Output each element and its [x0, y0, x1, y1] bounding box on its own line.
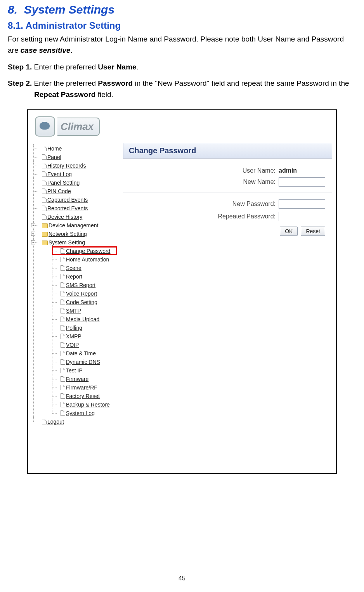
step-2: Step 2. Enter the preferred Password in … — [8, 78, 356, 100]
nav-system-log-label: System Log — [66, 410, 95, 416]
expander-plus-icon[interactable]: + — [31, 232, 35, 236]
file-icon — [61, 334, 65, 339]
nav-captured-events[interactable]: Captured Events — [31, 196, 123, 204]
file-icon — [42, 419, 47, 424]
intro-paragraph: For setting new Administrator Log-in Nam… — [8, 33, 356, 56]
logo-bar: Climax — [28, 110, 336, 143]
nav-logout[interactable]: Logout — [31, 417, 123, 426]
nav-dynamic-dns[interactable]: Dynamic DNS — [42, 358, 123, 366]
file-icon — [61, 317, 65, 322]
step-2-text-a: Enter the preferred — [32, 79, 98, 87]
file-icon — [61, 282, 65, 288]
nav-history-records[interactable]: History Records — [31, 161, 123, 170]
step-1-text-c: . — [137, 63, 139, 71]
nav-panel[interactable]: Panel — [31, 153, 123, 161]
file-icon — [61, 402, 65, 407]
nav-change-password[interactable]: Change Password — [42, 247, 123, 255]
nav-device-history[interactable]: Device History — [31, 213, 123, 221]
nav-event-log-label: Event Log — [47, 171, 72, 177]
nav-sms-report[interactable]: SMS Report — [42, 281, 123, 289]
nav-history-records-label: History Records — [47, 163, 86, 169]
nav-date-time[interactable]: Date & Time — [42, 349, 123, 358]
file-icon — [42, 206, 47, 211]
nav-system-log[interactable]: System Log — [42, 409, 123, 417]
repeated-password-label: Repeated Password: — [218, 213, 276, 220]
nav-media-upload[interactable]: Media Upload — [42, 315, 123, 324]
nav-device-management[interactable]: +Device Management — [31, 221, 123, 230]
file-icon — [42, 214, 47, 220]
nav-system-setting[interactable]: −System Setting Change Password Home Aut… — [31, 238, 123, 417]
nav-logout-label: Logout — [47, 419, 64, 425]
nav-device-history-label: Device History — [47, 214, 82, 220]
nav-event-log[interactable]: Event Log — [31, 170, 123, 178]
nav-backup-restore[interactable]: Backup & Restore — [42, 400, 123, 409]
nav-firmware-label: Firmware — [66, 376, 88, 382]
main-content: Change Password User Name: admin New Nam… — [123, 143, 336, 473]
nav-firmware[interactable]: Firmware — [42, 375, 123, 383]
nav-panel-label: Panel — [47, 154, 61, 160]
nav-firmware-rf[interactable]: Firmware/RF — [42, 383, 123, 392]
nav-media-upload-label: Media Upload — [66, 316, 99, 322]
file-icon — [42, 197, 47, 203]
nav-factory-reset[interactable]: Factory Reset — [42, 392, 123, 400]
nav-report-label: Report — [66, 273, 82, 280]
new-password-row: New Password: — [123, 198, 332, 210]
nav-home[interactable]: Home — [31, 144, 123, 153]
nav-reported-events[interactable]: Reported Events — [31, 204, 123, 213]
file-icon — [61, 274, 65, 279]
nav-test-ip[interactable]: Test IP — [42, 366, 123, 375]
folder-icon — [42, 223, 48, 228]
nav-home-label: Home — [47, 145, 62, 152]
step-2-text-c: in the "New Password" field and repeat t… — [133, 79, 349, 87]
nav-voice-report[interactable]: Voice Report — [42, 289, 123, 298]
nav-xmpp-label: XMPP — [66, 333, 81, 339]
file-icon — [61, 248, 65, 254]
nav-report[interactable]: Report — [42, 272, 123, 281]
user-name-row: User Name: admin — [123, 166, 332, 176]
file-icon — [61, 342, 65, 348]
nav-home-automation-label: Home Automation — [66, 256, 109, 263]
file-icon — [61, 376, 65, 382]
nav-voice-report-label: Voice Report — [66, 291, 97, 297]
nav-device-management-label: Device Management — [49, 222, 98, 228]
step-1-bold: User Name — [98, 63, 136, 71]
file-icon — [42, 154, 47, 160]
new-name-input[interactable] — [279, 177, 325, 187]
panel-title: Change Password — [123, 143, 332, 159]
nav-pin-code[interactable]: PIN Code — [31, 187, 123, 196]
nav-captured-events-label: Captured Events — [47, 197, 88, 203]
title-text: System Settings — [24, 3, 114, 16]
file-icon — [42, 146, 47, 151]
step-1-label: Step 1. — [8, 63, 32, 71]
ok-button[interactable]: OK — [280, 227, 298, 236]
nav-pin-code-label: PIN Code — [47, 188, 71, 194]
file-icon — [61, 385, 65, 390]
nav-code-setting[interactable]: Code Setting — [42, 298, 123, 306]
nav-voip-label: VOIP — [66, 342, 79, 348]
nav-voip[interactable]: VOIP — [42, 341, 123, 349]
nav-scene[interactable]: Scene — [42, 264, 123, 272]
nav-firmware-rf-label: Firmware/RF — [66, 384, 97, 391]
file-icon — [61, 308, 65, 313]
step-1-text-a: Enter the preferred — [32, 63, 98, 71]
repeated-password-input[interactable] — [279, 212, 325, 221]
nav-sidebar: Home Panel History Records Event Log Pan… — [28, 143, 123, 473]
nav-smtp[interactable]: SMTP — [42, 306, 123, 315]
expander-plus-icon[interactable]: + — [31, 223, 35, 227]
file-icon — [61, 265, 65, 271]
file-icon — [61, 291, 65, 296]
new-password-input[interactable] — [279, 199, 325, 209]
file-icon — [61, 299, 65, 305]
expander-minus-icon[interactable]: − — [31, 240, 35, 244]
nav-network-setting[interactable]: +Network Setting — [31, 230, 123, 238]
reset-button[interactable]: Reset — [301, 227, 325, 236]
nav-polling[interactable]: Polling — [42, 324, 123, 332]
step-2-text-e: field. — [95, 90, 113, 99]
nav-scene-label: Scene — [66, 265, 81, 271]
intro-case-sensitive: case sensitive — [21, 46, 71, 54]
file-icon — [61, 368, 65, 373]
nav-panel-setting[interactable]: Panel Setting — [31, 178, 123, 187]
nav-home-automation[interactable]: Home Automation — [42, 255, 123, 264]
nav-xmpp[interactable]: XMPP — [42, 332, 123, 341]
divider — [123, 192, 332, 192]
